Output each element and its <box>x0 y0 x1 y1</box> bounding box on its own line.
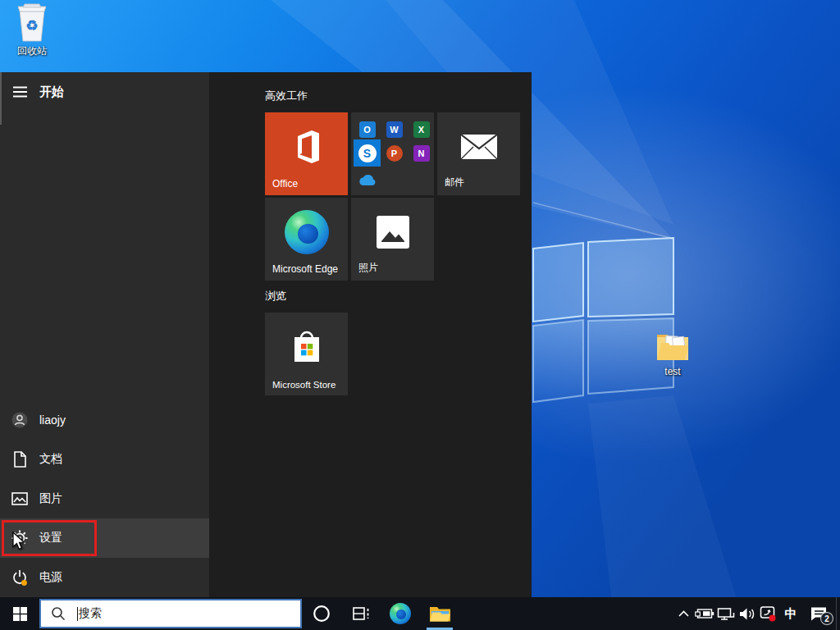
tile-label: 邮件 <box>445 176 464 189</box>
sidebar-item-pictures[interactable]: 图片 <box>0 479 209 518</box>
power-icon <box>0 558 39 597</box>
sidebar-item-label: 设置 <box>39 531 62 546</box>
taskbar-search-input[interactable]: 搜索 <box>39 599 302 628</box>
tray-network-button[interactable] <box>715 597 737 630</box>
red-notification-dot <box>769 615 776 622</box>
sidebar-item-label: liaojy <box>39 413 66 427</box>
tray-app-notification-button[interactable] <box>758 597 779 630</box>
search-icon <box>51 606 66 621</box>
pictures-icon <box>0 479 39 518</box>
tile-photos[interactable]: 照片 <box>351 198 434 281</box>
edge-logo-icon <box>285 210 329 254</box>
text-caret <box>77 607 78 621</box>
tile-group-title: 浏览 <box>265 289 286 304</box>
update-pending-dot <box>21 580 27 586</box>
tile-mail[interactable]: 邮件 <box>437 112 520 195</box>
hamburger-icon <box>13 86 27 98</box>
document-icon <box>0 440 39 479</box>
powerpoint-icon[interactable]: P <box>381 139 408 167</box>
cortana-icon <box>313 605 331 623</box>
tray-chevron-button[interactable] <box>673 597 694 630</box>
app-with-red-dot-icon <box>760 605 778 622</box>
user-avatar-icon <box>0 400 39 440</box>
svg-text:♻: ♻ <box>25 18 38 34</box>
sidebar-item-label: 电源 <box>39 570 62 585</box>
cortana-button[interactable] <box>302 597 341 630</box>
desktop-icon-label: 回收站 <box>17 44 47 58</box>
hamburger-menu-button[interactable] <box>0 72 39 112</box>
gear-icon <box>0 518 39 558</box>
tile-office-apps[interactable]: O W X S P N <box>351 112 434 195</box>
skype-icon[interactable]: S <box>354 139 381 167</box>
recycle-bin-icon: ♻ <box>16 3 48 43</box>
edge-taskbar-button[interactable] <box>381 597 420 630</box>
action-center-button[interactable]: 2 <box>802 597 835 630</box>
mail-envelope-icon <box>460 134 498 160</box>
windows-desktop: ♻ 回收站 test <box>0 0 840 630</box>
edge-icon <box>390 603 411 624</box>
start-menu-sidebar: 开始 liaojy <box>0 72 209 597</box>
task-view-button[interactable] <box>341 597 381 630</box>
notification-count-badge: 2 <box>820 612 833 625</box>
file-explorer-button[interactable] <box>420 597 459 630</box>
tile-microsoft-edge[interactable]: Microsoft Edge <box>265 198 348 281</box>
sidebar-item-documents[interactable]: 文档 <box>0 440 209 479</box>
chevron-up-icon <box>678 610 689 617</box>
start-menu-tiles-area: 高效工作 浏览 Office O W X <box>209 72 532 597</box>
tile-label: Microsoft Edge <box>272 263 338 275</box>
onenote-icon[interactable]: N <box>408 139 435 167</box>
office-logo-icon <box>290 128 323 166</box>
photos-icon <box>376 215 410 249</box>
task-view-icon <box>352 605 370 622</box>
start-button[interactable] <box>0 597 39 630</box>
tile-group-title: 高效工作 <box>265 89 308 103</box>
windows-logo-icon <box>13 607 27 621</box>
tile-microsoft-store[interactable]: Microsoft Store <box>265 313 348 395</box>
desktop-icon-test-folder[interactable]: test <box>641 330 704 377</box>
system-tray: 中 2 <box>673 597 835 630</box>
sidebar-item-settings[interactable]: 设置 <box>0 518 209 558</box>
store-bag-icon <box>286 326 327 368</box>
start-menu-header: 开始 <box>0 72 64 112</box>
sidebar-item-label: 图片 <box>39 491 62 506</box>
onedrive-icon[interactable] <box>354 167 381 194</box>
start-menu-title: 开始 <box>39 84 64 100</box>
tray-volume-button[interactable] <box>737 597 758 630</box>
folder-icon <box>654 330 692 364</box>
search-placeholder: 搜索 <box>79 606 102 621</box>
office-apps-grid: O W X S P N <box>354 114 436 196</box>
sidebar-item-label: 文档 <box>39 452 62 467</box>
sidebar-item-power[interactable]: 电源 <box>0 558 209 597</box>
show-desktop-button[interactable] <box>836 597 840 630</box>
start-menu: 开始 liaojy <box>0 72 532 597</box>
sidebar-item-user[interactable]: liaojy <box>0 400 209 440</box>
speaker-icon <box>739 607 756 621</box>
taskbar-app-icons <box>302 597 459 630</box>
tile-label: 照片 <box>358 261 378 275</box>
tile-office[interactable]: Office <box>265 112 348 195</box>
taskbar: 搜索 <box>0 597 840 630</box>
tray-battery-button[interactable] <box>694 597 715 630</box>
file-explorer-icon <box>429 605 451 623</box>
desktop-icon-label: test <box>664 366 680 377</box>
desktop-icon-recycle-bin[interactable]: ♻ 回收站 <box>1 3 63 58</box>
tile-label: Microsoft Store <box>272 380 336 390</box>
ethernet-network-icon <box>717 607 735 621</box>
tile-label: Office <box>272 178 298 189</box>
battery-charging-icon <box>695 607 714 620</box>
ime-language-indicator[interactable]: 中 <box>779 606 802 622</box>
